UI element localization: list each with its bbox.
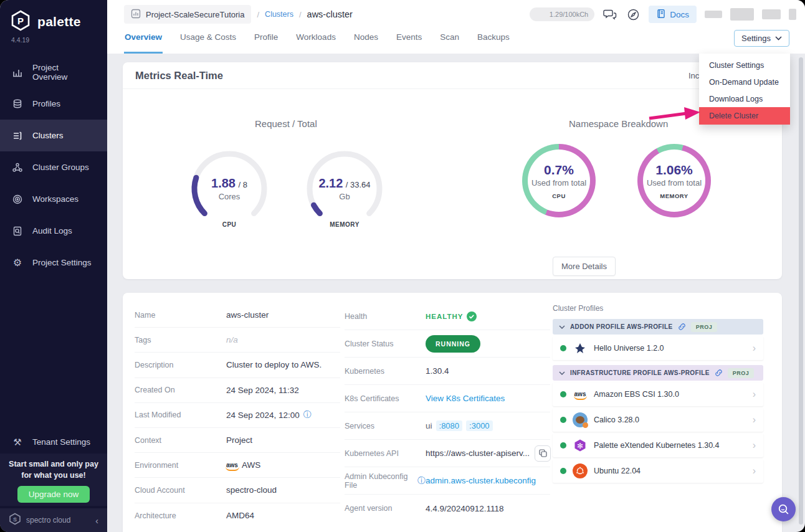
breadcrumb: Project-ScaleSecureTutoria / Clusters / … [124, 5, 353, 24]
detail-row-context: Context Project [135, 428, 340, 453]
project-chart-icon [131, 9, 141, 21]
info-icon[interactable]: ⓘ [417, 475, 426, 487]
redacted-account-info [705, 11, 722, 18]
layers-icon [11, 98, 24, 110]
detail-row-kubeconfig: Admin Kubeconfig File ⓘ admin.aws-cluste… [345, 467, 550, 495]
profile-layer-palette-extended-kubernetes[interactable]: ✻ Palette eXtended Kubernetes 1.30.4 › [553, 434, 763, 457]
settings-dropdown-button[interactable]: Settings [734, 30, 789, 47]
detail-row-kubernetes-api: Kubernetes API https://aws-cluster-apise… [345, 440, 550, 467]
chevron-down-icon [559, 325, 565, 329]
cpu-donut-text: 0.7% Used from total CPU [522, 144, 596, 217]
sidebar-item-label: Cluster Groups [32, 163, 89, 172]
metrics-card: Metrics Real-Time Request / Total Namesp… [123, 62, 782, 279]
breadcrumb-separator: / [257, 10, 259, 19]
chevron-right-icon: › [753, 414, 756, 425]
profile-layer-amazon-ebs-csi[interactable]: aws Amazon EBS CSI 1.30.0 › [553, 382, 763, 406]
link-icon[interactable] [715, 369, 723, 377]
infrastructure-profile-header[interactable]: INFRASTRUCTURE PROFILE AWS-PROFILE PROJ [553, 365, 763, 381]
detail-row-agent-version: Agent version 4.4.9/20240912.1118 [345, 495, 550, 522]
pxk-logo-icon: ✻ [573, 438, 588, 453]
spectro-cloud-logo-icon: S [9, 513, 21, 528]
sidebar-item-audit-logs[interactable]: Audit Logs [0, 215, 107, 247]
tab-usage-costs[interactable]: Usage & Costs [179, 30, 237, 54]
redacted-account-info [762, 9, 781, 19]
link-icon[interactable] [678, 323, 686, 331]
sidebar-item-project-overview[interactable]: Project Overview [0, 56, 107, 88]
profile-layer-ubuntu[interactable]: Ubuntu 22.04 › [553, 459, 763, 483]
menu-item-cluster-settings[interactable]: Cluster Settings [699, 57, 790, 74]
tab-backups[interactable]: Backups [477, 30, 510, 54]
detail-row-cloud-account: Cloud Account spectro-cloud [135, 478, 340, 503]
memory-total-value: / 33.64 [346, 180, 371, 189]
sidebar-item-label: Project Settings [32, 258, 92, 267]
menu-item-delete-cluster[interactable]: Delete Cluster [699, 107, 790, 125]
ubuntu-logo-icon [573, 463, 588, 478]
sidebar-item-cluster-groups[interactable]: Cluster Groups [0, 151, 107, 183]
status-dot [560, 468, 566, 474]
tab-nodes[interactable]: Nodes [353, 30, 379, 54]
sidebar-item-clusters[interactable]: Clusters [0, 120, 107, 151]
docs-button[interactable]: Docs [649, 6, 697, 23]
breadcrumb-clusters-link[interactable]: Clusters [265, 10, 293, 19]
compass-icon[interactable] [626, 7, 641, 22]
brand-logo-row[interactable]: P palette [0, 0, 107, 35]
service-port-link[interactable]: :3000 [466, 420, 493, 431]
tab-events[interactable]: Events [396, 30, 422, 54]
sidebar-footer: S spectro cloud ‹ [0, 508, 107, 532]
kubeconfig-download-link[interactable]: admin.aws-cluster.kubeconfig [426, 476, 536, 485]
detail-row-tags: Tags n/a [135, 328, 340, 353]
memory-donut-label: MEMORY [660, 192, 688, 199]
app-version: 4.4.19 [0, 35, 107, 44]
target-icon [11, 193, 24, 206]
vertical-scrollbar[interactable] [799, 57, 803, 525]
cpu-total-value: / 8 [238, 180, 247, 189]
breadcrumb-current-cluster: aws-cluster [307, 9, 353, 19]
upgrade-now-button[interactable]: Upgrade now [17, 486, 90, 503]
cluster-details-card: Name aws-cluster Tags n/a Description Cl… [123, 293, 782, 532]
used-from-total-caption: Used from total [531, 178, 586, 188]
collapse-sidebar-icon[interactable]: ‹ [95, 515, 98, 526]
sidebar-item-project-settings[interactable]: ⚙ Project Settings [0, 247, 107, 278]
sidebar-item-workspaces[interactable]: Workspaces [0, 183, 107, 215]
chevron-right-icon: › [753, 343, 756, 354]
status-dot [560, 417, 566, 423]
memory-request-value: 2.12 [318, 176, 343, 190]
sidebar-item-label: Audit Logs [32, 226, 72, 235]
tab-overview[interactable]: Overview [124, 30, 163, 54]
info-icon[interactable]: ⓘ [303, 409, 312, 420]
chevron-down-icon [775, 36, 782, 40]
sidebar-item-label: Tenant Settings [32, 437, 90, 447]
addon-profile-header[interactable]: ADDON PROFILE AWS-PROFILE PROJ [553, 319, 763, 335]
topbar-actions: 1.29/100kCh Docs [530, 4, 796, 24]
bar-chart-icon [11, 66, 24, 78]
profile-layer-hello-universe[interactable]: Hello Universe 1.2.0 › [553, 336, 763, 360]
service-port-link[interactable]: :8080 [436, 420, 463, 431]
tab-workloads[interactable]: Workloads [295, 30, 336, 54]
copy-button[interactable] [535, 445, 551, 462]
more-details-button[interactable]: More Details [553, 257, 616, 276]
tab-profile[interactable]: Profile [254, 30, 279, 54]
chevron-down-icon [559, 371, 565, 375]
menu-item-on-demand-update[interactable]: On-Demand Update [699, 74, 790, 90]
sidebar-item-label: Workspaces [32, 194, 79, 204]
search-assistant-fab[interactable] [771, 497, 796, 521]
profile-layer-calico[interactable]: Calico 3.28.0 › [553, 408, 763, 432]
tab-scan[interactable]: Scan [439, 30, 460, 54]
cpu-request-value: 1.88 [211, 176, 236, 190]
service-name: ui [426, 421, 432, 430]
breadcrumb-separator: / [299, 10, 302, 19]
menu-item-download-logs[interactable]: Download Logs [699, 90, 790, 107]
status-dot [560, 345, 566, 351]
hello-universe-icon [573, 341, 588, 356]
sidebar-item-profiles[interactable]: Profiles [0, 88, 107, 120]
redacted-account-info [789, 9, 796, 20]
sidebar-item-label: Profiles [32, 99, 60, 108]
running-status-pill[interactable]: RUNNING [426, 335, 480, 353]
view-k8s-certificates-link[interactable]: View K8s Certificates [426, 394, 505, 403]
project-selector-chip[interactable]: Project-ScaleSecureTutoria [124, 5, 251, 24]
chat-icon[interactable] [603, 7, 617, 22]
detail-row-description: Description Cluster to deploy to AWS. [135, 353, 340, 378]
upgrade-promo: Start small and only pay for what you us… [0, 454, 107, 506]
docs-label: Docs [670, 10, 689, 19]
detail-row-cluster-status: Cluster Status RUNNING [345, 330, 550, 358]
